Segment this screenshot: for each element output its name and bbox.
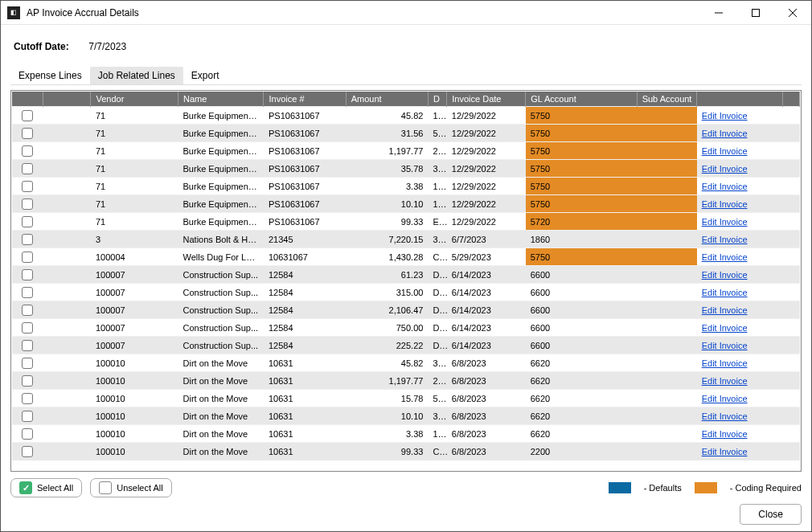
row-checkbox-cell[interactable] bbox=[12, 195, 43, 213]
cell-invoice-date[interactable]: 5/29/2023 bbox=[447, 248, 526, 266]
table-row[interactable]: 100007Construction Sup...12584750.00D..6… bbox=[12, 319, 800, 337]
cell-invoice-date[interactable]: 6/8/2023 bbox=[447, 354, 526, 372]
cell-vendor[interactable]: 100010 bbox=[91, 390, 178, 407]
table-row[interactable]: 100007Construction Sup...12584315.00D..6… bbox=[12, 284, 800, 301]
checkbox-icon[interactable] bbox=[22, 234, 33, 245]
col-d[interactable]: D bbox=[428, 92, 446, 107]
row-checkbox-cell[interactable] bbox=[12, 107, 43, 125]
cell-d[interactable]: C.. bbox=[428, 443, 446, 460]
tab-expense-lines[interactable]: Expense Lines bbox=[10, 67, 90, 84]
cell-invoice-no[interactable]: 10631 bbox=[264, 390, 346, 407]
cell-amount[interactable]: 3.38 bbox=[346, 178, 428, 195]
table-row[interactable]: 100010Dirt on the Move106311,197.772...6… bbox=[12, 372, 800, 390]
cell-vendor[interactable]: 71 bbox=[91, 125, 178, 142]
row-handle[interactable] bbox=[43, 213, 91, 231]
cell-invoice-no[interactable]: 10631067 bbox=[264, 248, 346, 266]
cell-invoice-date[interactable]: 12/29/2022 bbox=[447, 125, 526, 142]
cell-invoice-no[interactable]: PS10631067 bbox=[264, 142, 346, 160]
edit-invoice-link[interactable]: Edit Invoice bbox=[702, 305, 748, 315]
row-checkbox-cell[interactable] bbox=[12, 372, 43, 390]
row-checkbox-cell[interactable] bbox=[12, 354, 43, 372]
cell-sub-account[interactable] bbox=[637, 390, 697, 407]
row-checkbox-cell[interactable] bbox=[12, 407, 43, 425]
cell-amount[interactable]: 35.78 bbox=[346, 160, 428, 178]
cell-invoice-no[interactable]: 10631 bbox=[264, 354, 346, 372]
cell-gl-account[interactable]: 6600 bbox=[526, 266, 637, 284]
cell-d[interactable]: 5... bbox=[428, 390, 446, 407]
cell-d[interactable]: 2... bbox=[428, 372, 446, 390]
cell-name[interactable]: Wells Dug For Less bbox=[178, 248, 264, 266]
table-row[interactable]: 100007Construction Sup...1258461.23D..6/… bbox=[12, 266, 800, 284]
col-checkbox[interactable] bbox=[12, 92, 43, 107]
checkbox-icon[interactable] bbox=[22, 198, 33, 210]
row-handle[interactable] bbox=[43, 354, 91, 372]
cell-sub-account[interactable] bbox=[637, 160, 697, 178]
select-all-button[interactable]: ✓ Select All bbox=[10, 478, 82, 497]
checkbox-icon[interactable] bbox=[22, 340, 33, 351]
cell-sub-account[interactable] bbox=[637, 142, 697, 160]
cell-name[interactable]: Burke Equipment ... bbox=[178, 125, 264, 142]
cell-d[interactable]: D.. bbox=[428, 337, 446, 354]
edit-invoice-link[interactable]: Edit Invoice bbox=[702, 358, 748, 368]
cell-name[interactable]: Dirt on the Move bbox=[178, 372, 264, 390]
cell-amount[interactable]: 45.82 bbox=[346, 107, 428, 125]
cell-gl-account[interactable]: 5720 bbox=[526, 213, 637, 231]
cell-d[interactable]: D.. bbox=[428, 319, 446, 337]
edit-invoice-link[interactable]: Edit Invoice bbox=[702, 111, 748, 121]
cell-vendor[interactable]: 100007 bbox=[91, 319, 178, 337]
row-checkbox-cell[interactable] bbox=[12, 266, 43, 284]
cell-gl-account[interactable]: 5750 bbox=[526, 195, 637, 213]
close-window-button[interactable] bbox=[774, 1, 811, 25]
cell-sub-account[interactable] bbox=[637, 443, 697, 460]
row-handle[interactable] bbox=[43, 319, 91, 337]
cell-invoice-no[interactable]: 10631 bbox=[264, 372, 346, 390]
row-checkbox-cell[interactable] bbox=[12, 284, 43, 301]
row-handle[interactable] bbox=[43, 425, 91, 443]
edit-invoice-link[interactable]: Edit Invoice bbox=[702, 270, 748, 280]
table-row[interactable]: 3Nations Bolt & Ha...213457,220.153...6/… bbox=[12, 231, 800, 248]
edit-invoice-link[interactable]: Edit Invoice bbox=[702, 235, 748, 244]
cell-invoice-date[interactable]: 6/14/2023 bbox=[447, 266, 526, 284]
cell-gl-account[interactable]: 5750 bbox=[526, 125, 637, 142]
cell-invoice-no[interactable]: 12584 bbox=[264, 266, 346, 284]
cell-d[interactable]: D.. bbox=[428, 284, 446, 301]
cell-invoice-no[interactable]: 10631 bbox=[264, 425, 346, 443]
cell-name[interactable]: Burke Equipment ... bbox=[178, 178, 264, 195]
cell-invoice-date[interactable]: 12/29/2022 bbox=[447, 213, 526, 231]
cell-invoice-date[interactable]: 6/14/2023 bbox=[447, 337, 526, 354]
cell-vendor[interactable]: 100010 bbox=[91, 407, 178, 425]
cell-sub-account[interactable] bbox=[637, 284, 697, 301]
cell-vendor[interactable]: 100004 bbox=[91, 248, 178, 266]
cell-sub-account[interactable] bbox=[637, 231, 697, 248]
cell-invoice-date[interactable]: 6/14/2023 bbox=[447, 301, 526, 319]
grid-scroll[interactable]: Vendor Name Invoice # Amount D Invoice D… bbox=[12, 92, 800, 470]
checkbox-icon[interactable] bbox=[22, 269, 33, 280]
cell-d[interactable]: 1... bbox=[428, 107, 446, 125]
cell-amount[interactable]: 1,197.77 bbox=[346, 372, 428, 390]
checkbox-icon[interactable] bbox=[22, 252, 33, 263]
cell-d[interactable]: D.. bbox=[428, 301, 446, 319]
cell-sub-account[interactable] bbox=[637, 178, 697, 195]
checkbox-icon[interactable] bbox=[22, 446, 33, 457]
tab-job-related-lines[interactable]: Job Related Lines bbox=[90, 67, 183, 84]
cell-gl-account[interactable]: 6600 bbox=[526, 337, 637, 354]
cell-amount[interactable]: 225.22 bbox=[346, 337, 428, 354]
edit-invoice-link[interactable]: Edit Invoice bbox=[702, 411, 748, 421]
cell-sub-account[interactable] bbox=[637, 195, 697, 213]
checkbox-icon[interactable] bbox=[22, 393, 33, 404]
cell-gl-account[interactable]: 5750 bbox=[526, 142, 637, 160]
cell-d[interactable]: 2... bbox=[428, 142, 446, 160]
edit-invoice-link[interactable]: Edit Invoice bbox=[702, 182, 748, 191]
edit-invoice-link[interactable]: Edit Invoice bbox=[702, 323, 748, 333]
cell-amount[interactable]: 15.78 bbox=[346, 390, 428, 407]
row-handle[interactable] bbox=[43, 372, 91, 390]
cell-amount[interactable]: 99.33 bbox=[346, 443, 428, 460]
cell-invoice-no[interactable]: 10631 bbox=[264, 407, 346, 425]
table-row[interactable]: 100007Construction Sup...12584225.22D..6… bbox=[12, 337, 800, 354]
cell-vendor[interactable]: 100010 bbox=[91, 425, 178, 443]
cell-gl-account[interactable]: 6620 bbox=[526, 425, 637, 443]
col-vendor[interactable]: Vendor bbox=[91, 92, 178, 107]
cell-d[interactable]: E.. bbox=[428, 213, 446, 231]
row-checkbox-cell[interactable] bbox=[12, 248, 43, 266]
edit-invoice-link[interactable]: Edit Invoice bbox=[702, 199, 748, 209]
